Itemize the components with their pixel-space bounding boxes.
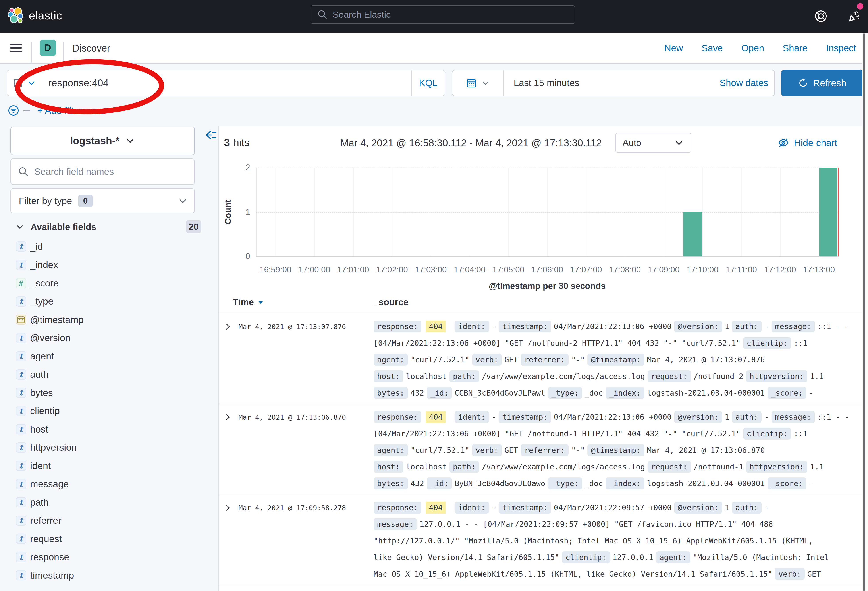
nav-action-new[interactable]: New [664,43,683,53]
number-type-icon: # [16,278,26,288]
field-item-_score[interactable]: #_score [16,274,59,292]
nav-action-inspect[interactable]: Inspect [826,43,856,53]
field-name: httpversion [30,442,77,453]
nav-action-share[interactable]: Share [783,43,807,53]
field-item-bytes[interactable]: tbytes [16,384,53,402]
field-search-placeholder: Search field names [34,167,114,177]
doc-timestamp: Mar 4, 2021 @ 17:09:58.278 [239,499,346,516]
string-type-icon: t [16,333,26,343]
add-filter-button[interactable]: + Add filter [37,105,82,116]
field-item-path[interactable]: tpath [16,493,49,511]
field-item-_index[interactable]: t_index [16,256,58,274]
field-name-badge: bytes: [373,477,408,489]
chevron-down-icon [27,78,36,87]
field-item-@version[interactable]: t@version [16,329,70,347]
hide-chart-button[interactable]: Hide chart [778,137,837,148]
refresh-label: Refresh [813,78,847,89]
field-name: auth [30,369,49,380]
field-item-auth[interactable]: tauth [16,365,49,384]
field-name-badge: agent: [656,551,690,563]
field-name-badge: httpversion: [746,370,807,382]
field-name-badge: _id: [427,387,452,399]
field-item-clientip[interactable]: tclientip [16,402,60,420]
field-item-message[interactable]: tmessage [16,475,69,493]
field-name-badge: @version: [674,321,722,332]
y-tick-label: 0 [237,252,250,261]
doc-timestamp: Mar 4, 2021 @ 17:13:06.870 [239,409,346,426]
collapse-sidebar-icon[interactable] [205,130,217,140]
string-type-icon: t [16,424,26,434]
field-search-input[interactable]: Search field names [10,158,195,185]
time-column-header[interactable]: Time [233,297,264,307]
available-fields-header[interactable]: Available fields [15,220,201,233]
field-item-httpversion[interactable]: thttpversion [16,439,77,457]
x-tick-label: 17:09:00 [648,265,680,275]
field-name-badge: _id: [427,477,452,489]
query-input[interactable]: response:404 [42,70,411,96]
chart-time-range-title: Mar 4, 2021 @ 16:58:30.112 - Mar 4, 2021… [329,137,613,149]
newsfeed-icon[interactable] [847,10,861,23]
menu-hamburger-icon[interactable] [10,44,22,52]
time-range-value[interactable]: Last 15 minutes [504,70,720,96]
index-pattern-label: logstash-* [70,135,119,147]
field-name-badge: message: [373,518,417,530]
source-column-header: _source [373,297,408,307]
show-dates-button[interactable]: Show dates [720,70,774,96]
y-axis-title: Count [223,199,233,225]
field-name-badge: ident: [455,321,489,332]
doc-source: response:404 ident:-timestamp:04/Mar/202… [373,499,856,582]
field-name-badge: referrer: [521,444,568,456]
scrollbar-thumb[interactable] [864,33,865,591]
help-icon[interactable] [815,10,827,22]
interval-select[interactable]: Auto [616,133,691,152]
field-item-_id[interactable]: t_id [16,238,43,256]
discover-app-badge[interactable]: D [40,40,56,56]
expand-row-icon[interactable] [224,409,232,426]
expand-row-icon[interactable] [224,499,232,516]
x-tick-label: 17:06:00 [531,265,563,275]
string-type-icon: t [16,570,26,581]
elastic-logo-icon[interactable] [7,7,24,25]
y-tick-label: 2 [237,163,250,172]
index-pattern-select[interactable]: logstash-* [10,127,195,155]
field-name-badge: agent: [373,354,408,366]
field-name-badge: _score: [768,477,806,489]
field-name-badge: timestamp: [499,502,551,514]
kql-button[interactable]: KQL [411,70,445,96]
histogram-bar-17:13:00[interactable] [819,168,837,256]
nav-action-save[interactable]: Save [701,43,723,53]
hits-count-line: 3 hits [224,136,249,150]
field-item-_type[interactable]: t_type [16,293,53,310]
date-quick-menu-button[interactable] [452,70,504,96]
field-item-response[interactable]: tresponse [16,548,69,566]
global-search-input[interactable]: Search Elastic [310,5,575,24]
histogram-bar-17:09:30[interactable] [683,212,701,257]
field-name-badge: ident: [455,411,489,423]
field-name-badge: response: [373,502,421,514]
field-name: timestamp [30,570,74,581]
field-item-@timestamp[interactable]: @timestamp [16,310,84,329]
field-name: ident [30,460,51,471]
field-item-host[interactable]: thost [16,420,48,438]
string-type-icon: t [16,516,26,526]
field-item-agent[interactable]: tagent [16,347,54,365]
field-item-timestamp[interactable]: ttimestamp [16,566,74,584]
field-name-badge: bytes: [373,387,408,399]
scrollbar-track [862,33,868,591]
field-item-request[interactable]: trequest [16,530,62,548]
field-name-badge: verb: [775,568,805,580]
results-panel: 3 hits Mar 4, 2021 @ 16:58:30.112 - Mar … [218,126,868,591]
expand-row-icon[interactable] [224,318,232,335]
highlighted-value: 404 [426,411,446,423]
document-rows: Mar 4, 2021 @ 17:13:07.876response:404 i… [218,313,868,585]
nav-action-open[interactable]: Open [741,43,764,53]
brand-name: elastic [29,9,62,22]
field-name-badge: host: [373,370,403,382]
saved-query-menu-button[interactable] [7,70,42,96]
field-item-referrer[interactable]: treferrer [16,511,61,530]
search-icon [317,10,327,19]
refresh-button[interactable]: Refresh [781,70,863,96]
field-item-ident[interactable]: tident [16,457,51,475]
filter-by-type-select[interactable]: Filter by type 0 [10,188,195,213]
doc-timestamp: Mar 4, 2021 @ 17:13:07.876 [239,318,346,335]
